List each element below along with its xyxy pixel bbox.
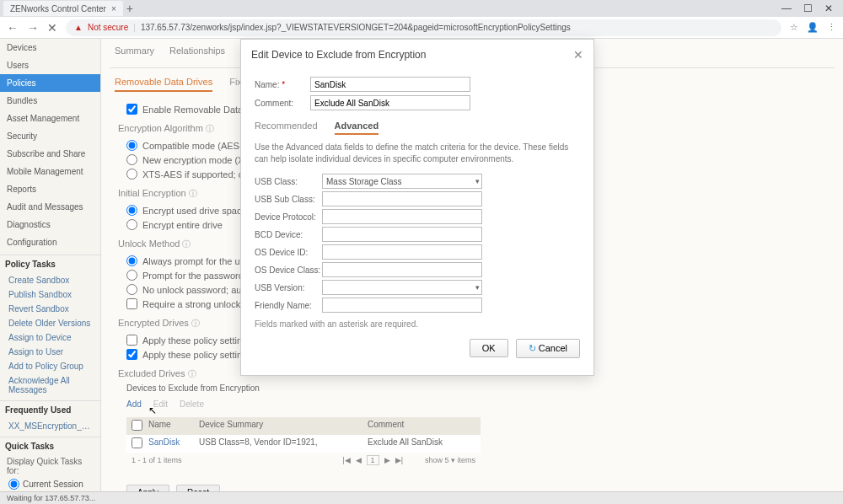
- info-icon[interactable]: ⓘ: [182, 239, 191, 249]
- info-icon[interactable]: ⓘ: [206, 124, 214, 133]
- tab-relationships[interactable]: Relationships: [169, 46, 225, 61]
- task-delete-old[interactable]: Delete Older Versions: [0, 316, 100, 330]
- quick-label: Display Quick Tasks for:: [0, 455, 100, 477]
- task-add-group[interactable]: Add to Policy Group: [0, 359, 100, 373]
- col-comment: Comment: [368, 420, 475, 432]
- window-controls: — ☐ ✕: [781, 3, 840, 14]
- freq-item[interactable]: XX_MSEncryption_Exclusion: [0, 419, 100, 433]
- cancel-button[interactable]: ↻ Cancel: [516, 339, 580, 358]
- name-field[interactable]: [310, 77, 470, 92]
- bcd-device-field[interactable]: [322, 227, 482, 242]
- tab-close-icon[interactable]: ×: [111, 4, 116, 13]
- task-create-sandbox[interactable]: Create Sandbox: [0, 273, 100, 287]
- label-comment: Comment:: [255, 99, 305, 108]
- col-name: Name: [148, 420, 199, 432]
- comment-field[interactable]: [310, 95, 470, 110]
- warning-icon: ▲: [74, 23, 83, 32]
- lbl-dev-proto: Device Protocol:: [255, 212, 322, 222]
- excl-subtitle: Devices to Exclude from Encryption: [126, 383, 826, 393]
- info-icon[interactable]: ⓘ: [188, 369, 196, 378]
- stop-icon[interactable]: ✕: [47, 21, 57, 35]
- sidebar-item-bundles[interactable]: Bundles: [0, 92, 100, 110]
- pager-prev-icon[interactable]: ◀: [356, 456, 362, 464]
- required-note: Fields marked with an asterisk are requi…: [255, 319, 580, 329]
- lbl-os-dev-id: OS Device ID:: [255, 248, 322, 257]
- os-device-class-field[interactable]: [322, 262, 482, 277]
- tab-summary[interactable]: Summary: [115, 46, 154, 61]
- table-row: SanDisk USB Class=8, Vendor ID=1921, Exc…: [126, 435, 481, 453]
- device-protocol-field[interactable]: [322, 209, 482, 224]
- security-label: Not secure: [88, 23, 128, 32]
- sidebar-item-devices[interactable]: Devices: [0, 39, 100, 56]
- task-assign-device[interactable]: Assign to Device: [0, 330, 100, 345]
- back-icon[interactable]: ←: [7, 21, 19, 35]
- lbl-usb-class: USB Class:: [255, 177, 322, 186]
- status-bar: Waiting for 137.65.57.73...: [0, 491, 843, 504]
- task-publish-sandbox[interactable]: Publish Sandbox: [0, 287, 100, 302]
- row-comment: Exclude All SanDisk: [368, 437, 475, 450]
- delete-button[interactable]: Delete: [180, 399, 204, 409]
- row-name-link[interactable]: SanDisk: [148, 437, 180, 447]
- label-name: Name: *: [255, 80, 305, 89]
- url-text: 137.65.57.73/zenworks/jsp/index.jsp?_VIE…: [141, 23, 571, 32]
- pager-first-icon[interactable]: |◀: [342, 456, 350, 464]
- sidebar-item-policies[interactable]: Policies: [0, 74, 100, 92]
- sidebar-item-reports[interactable]: Reports: [0, 180, 100, 198]
- sidebar-item-audit[interactable]: Audit and Messages: [0, 198, 100, 216]
- browser-tab-bar: ZENworks Control Center × + — ☐ ✕: [0, 0, 843, 17]
- sidebar-item-config[interactable]: Configuration: [0, 233, 100, 251]
- chevron-down-icon: ▾: [475, 283, 480, 292]
- lbl-usb-ver: USB Version:: [255, 283, 322, 292]
- pager-show[interactable]: show 5 ▾ items: [425, 456, 475, 464]
- dialog-close-icon[interactable]: ✕: [573, 48, 583, 62]
- chevron-down-icon: ▾: [475, 177, 480, 185]
- edit-button[interactable]: Edit: [153, 399, 168, 409]
- lbl-bcd: BCD Device:: [255, 230, 322, 239]
- info-icon[interactable]: ⓘ: [189, 189, 197, 198]
- browser-tab[interactable]: ZENworks Control Center ×: [3, 1, 123, 16]
- usb-class-select[interactable]: Mass Storage Class▾: [322, 174, 482, 189]
- add-button[interactable]: Add: [126, 399, 142, 409]
- address-bar[interactable]: ▲ Not secure | 137.65.57.73/zenworks/jsp…: [66, 19, 781, 36]
- sidebar-item-users[interactable]: Users: [0, 56, 100, 74]
- table-footer: 1 - 1 of 1 items |◀ ◀ 1 ▶ ▶| show 5 ▾ it…: [126, 453, 481, 468]
- row-checkbox[interactable]: [132, 437, 142, 448]
- info-icon[interactable]: ⓘ: [191, 319, 200, 328]
- pager-next-icon[interactable]: ▶: [384, 456, 390, 464]
- task-revert-sandbox[interactable]: Revert Sandbox: [0, 302, 100, 316]
- close-window-icon[interactable]: ✕: [824, 3, 833, 14]
- pager-page[interactable]: 1: [367, 455, 379, 465]
- browser-toolbar: ← → ✕ ▲ Not secure | 137.65.57.73/zenwor…: [0, 17, 843, 39]
- task-ack-msgs[interactable]: Acknowledge All Messages: [0, 373, 100, 397]
- policy-tasks-header: Policy Tasks: [0, 255, 100, 273]
- sidebar-item-security[interactable]: Security: [0, 127, 100, 145]
- new-tab-button[interactable]: +: [126, 2, 133, 15]
- tab-advanced[interactable]: Advanced: [335, 121, 379, 135]
- lbl-usb-sub: USB Sub Class:: [255, 195, 322, 204]
- friendly-name-field[interactable]: [322, 298, 482, 313]
- tab-title: ZENworks Control Center: [10, 4, 106, 13]
- subtab-removable[interactable]: Removable Data Drives: [115, 77, 212, 92]
- usb-version-select[interactable]: ▾: [322, 280, 482, 295]
- os-device-id-field[interactable]: [322, 244, 482, 260]
- pager-last-icon[interactable]: ▶|: [395, 456, 403, 464]
- sidebar-item-mobile[interactable]: Mobile Management: [0, 163, 100, 180]
- forward-icon[interactable]: →: [27, 21, 39, 35]
- quick-opt-current[interactable]: Current Session: [0, 477, 100, 491]
- minimize-icon[interactable]: —: [781, 3, 792, 14]
- star-icon[interactable]: ☆: [790, 22, 798, 33]
- col-summary: Device Summary: [199, 420, 368, 432]
- maximize-icon[interactable]: ☐: [803, 3, 813, 14]
- sidebar-item-asset[interactable]: Asset Management: [0, 110, 100, 127]
- menu-icon[interactable]: ⋮: [827, 22, 836, 33]
- task-assign-user[interactable]: Assign to User: [0, 345, 100, 359]
- sidebar: Devices Users Policies Bundles Asset Man…: [0, 39, 101, 504]
- tab-recommended[interactable]: Recommended: [255, 121, 318, 135]
- sidebar-item-subscribe[interactable]: Subscribe and Share: [0, 145, 100, 163]
- ok-button[interactable]: OK: [470, 339, 508, 357]
- select-all-checkbox[interactable]: [132, 420, 142, 431]
- user-icon[interactable]: 👤: [807, 22, 819, 33]
- sidebar-item-diag[interactable]: Diagnostics: [0, 216, 100, 233]
- freq-used-header: Frequently Used: [0, 400, 100, 419]
- usb-sub-field[interactable]: [322, 191, 482, 206]
